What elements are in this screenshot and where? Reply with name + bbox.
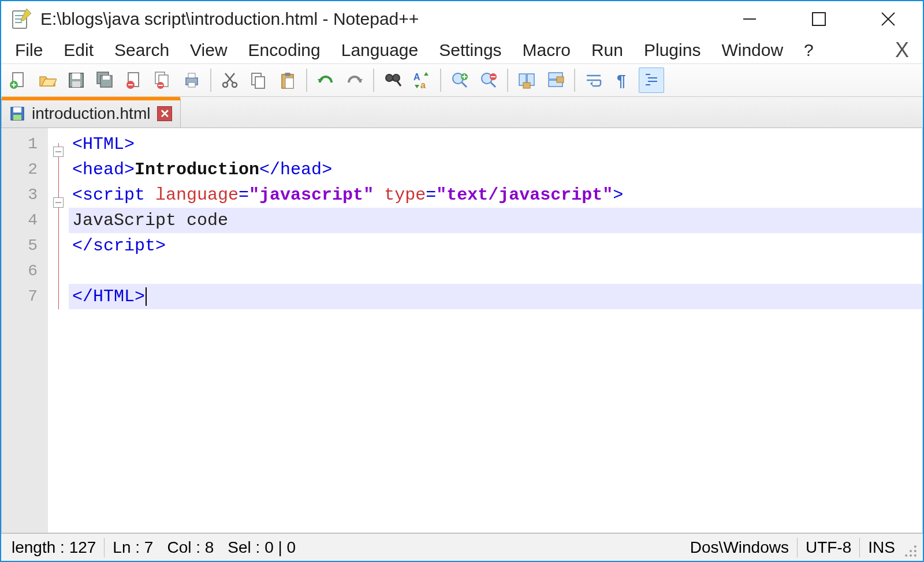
menu-plugins[interactable]: Plugins bbox=[634, 38, 711, 62]
code-line[interactable]: </script> bbox=[69, 233, 922, 258]
menu-macro[interactable]: Macro bbox=[512, 38, 581, 62]
code-line[interactable]: <HTML> bbox=[69, 132, 922, 157]
tabbar: introduction.html ✕ bbox=[1, 97, 923, 128]
toolbar-separator bbox=[440, 69, 441, 92]
code-area[interactable]: <HTML><head>Introduction</head><script l… bbox=[69, 128, 922, 533]
cut-icon[interactable] bbox=[217, 68, 243, 93]
svg-rect-28 bbox=[188, 83, 195, 87]
menubar: File Edit Search View Encoding Language … bbox=[1, 37, 923, 63]
maximize-button[interactable] bbox=[784, 1, 854, 37]
line-number: 1 bbox=[2, 132, 48, 157]
svg-rect-68 bbox=[13, 115, 21, 120]
window-controls bbox=[715, 1, 923, 37]
menu-window[interactable]: Window bbox=[711, 38, 793, 62]
line-number: 2 bbox=[2, 157, 48, 182]
menu-edit[interactable]: Edit bbox=[53, 38, 104, 62]
copy-icon[interactable] bbox=[246, 68, 271, 93]
doc-map-icon[interactable] bbox=[639, 68, 664, 93]
code-line[interactable] bbox=[69, 258, 922, 284]
menu-language[interactable]: Language bbox=[331, 38, 429, 62]
redo-icon[interactable] bbox=[342, 68, 367, 93]
toolbar-separator bbox=[574, 69, 575, 92]
toolbar-separator bbox=[210, 69, 211, 92]
svg-rect-27 bbox=[188, 73, 195, 78]
menu-search[interactable]: Search bbox=[104, 38, 180, 62]
svg-text:a: a bbox=[420, 80, 426, 89]
svg-line-41 bbox=[397, 81, 401, 86]
save-icon bbox=[10, 106, 25, 121]
status-encoding: UTF-8 bbox=[800, 538, 857, 557]
sync-v-icon[interactable] bbox=[514, 68, 539, 93]
status-eol: Dos\Windows bbox=[684, 538, 795, 557]
code-line[interactable]: </HTML> bbox=[69, 284, 922, 309]
find-icon[interactable] bbox=[380, 68, 405, 93]
code-line[interactable]: JavaScript code bbox=[69, 208, 922, 233]
line-number-gutter: 1234567 bbox=[2, 128, 48, 533]
close-file-icon[interactable] bbox=[121, 68, 147, 93]
undo-icon[interactable] bbox=[313, 68, 338, 93]
word-wrap-icon[interactable] bbox=[581, 68, 606, 93]
fold-column bbox=[48, 128, 69, 533]
svg-line-50 bbox=[491, 83, 495, 87]
zoom-in-icon[interactable] bbox=[447, 68, 472, 93]
find-replace-icon[interactable]: Aa bbox=[409, 68, 434, 93]
show-all-icon[interactable]: ¶ bbox=[610, 68, 635, 93]
menu-encoding[interactable]: Encoding bbox=[238, 38, 331, 62]
svg-text:¶: ¶ bbox=[617, 72, 626, 89]
svg-point-74 bbox=[905, 554, 907, 557]
tab-label: introduction.html bbox=[32, 104, 150, 123]
menu-help[interactable]: ? bbox=[793, 38, 824, 62]
sync-h-icon[interactable] bbox=[543, 68, 568, 93]
print-icon[interactable] bbox=[179, 68, 204, 93]
app-icon bbox=[9, 8, 32, 31]
line-number: 3 bbox=[2, 182, 48, 208]
svg-rect-34 bbox=[255, 77, 264, 88]
status-length: length : 127 bbox=[6, 538, 102, 557]
svg-rect-36 bbox=[285, 73, 290, 76]
new-file-icon[interactable] bbox=[6, 68, 31, 93]
toolbar: Aa ¶ bbox=[1, 63, 923, 97]
svg-point-69 bbox=[914, 545, 916, 548]
status-ln: Ln : 7 bbox=[107, 538, 159, 557]
menu-run[interactable]: Run bbox=[581, 38, 634, 62]
fold-toggle[interactable] bbox=[53, 197, 64, 208]
status-sel: Sel : 0 | 0 bbox=[222, 538, 301, 557]
svg-line-32 bbox=[225, 73, 233, 83]
svg-rect-14 bbox=[72, 73, 80, 79]
close-button[interactable] bbox=[854, 1, 923, 37]
tab-introduction[interactable]: introduction.html ✕ bbox=[1, 99, 181, 128]
fold-toggle[interactable] bbox=[53, 147, 64, 157]
svg-rect-55 bbox=[523, 83, 530, 88]
svg-rect-15 bbox=[72, 81, 80, 87]
editor[interactable]: 1234567 <HTML><head>Introduction</head><… bbox=[1, 128, 923, 533]
svg-rect-18 bbox=[103, 76, 110, 80]
line-number: 4 bbox=[2, 208, 48, 233]
zoom-out-icon[interactable] bbox=[476, 68, 501, 93]
window-title: E:\blogs\java script\introduction.html -… bbox=[40, 9, 715, 29]
open-file-icon[interactable] bbox=[35, 68, 60, 93]
svg-point-71 bbox=[910, 550, 912, 552]
status-col: Col : 8 bbox=[161, 538, 219, 557]
line-number: 6 bbox=[2, 258, 48, 284]
menu-file[interactable]: File bbox=[5, 38, 53, 62]
save-icon[interactable] bbox=[64, 68, 89, 93]
close-all-icon[interactable] bbox=[150, 68, 176, 93]
code-line[interactable]: <head>Introduction</head> bbox=[69, 157, 922, 182]
svg-point-72 bbox=[914, 554, 916, 557]
minimize-button[interactable] bbox=[715, 1, 784, 37]
svg-rect-67 bbox=[13, 107, 21, 113]
svg-rect-37 bbox=[285, 78, 293, 88]
toolbar-separator bbox=[373, 69, 374, 92]
menu-settings[interactable]: Settings bbox=[429, 38, 512, 62]
save-all-icon[interactable] bbox=[92, 68, 118, 93]
line-number: 7 bbox=[2, 284, 48, 309]
svg-point-70 bbox=[914, 550, 916, 552]
code-line[interactable]: <script language="javascript" type="text… bbox=[69, 182, 922, 208]
statusbar: length : 127 Ln : 7 Col : 8 Sel : 0 | 0 … bbox=[1, 533, 923, 561]
menu-close-x[interactable]: X bbox=[895, 38, 919, 62]
menu-view[interactable]: View bbox=[180, 38, 237, 62]
paste-icon[interactable] bbox=[275, 68, 300, 93]
svg-line-31 bbox=[226, 73, 234, 83]
tab-close-icon[interactable]: ✕ bbox=[157, 106, 172, 121]
resize-grip-icon[interactable] bbox=[903, 544, 918, 559]
